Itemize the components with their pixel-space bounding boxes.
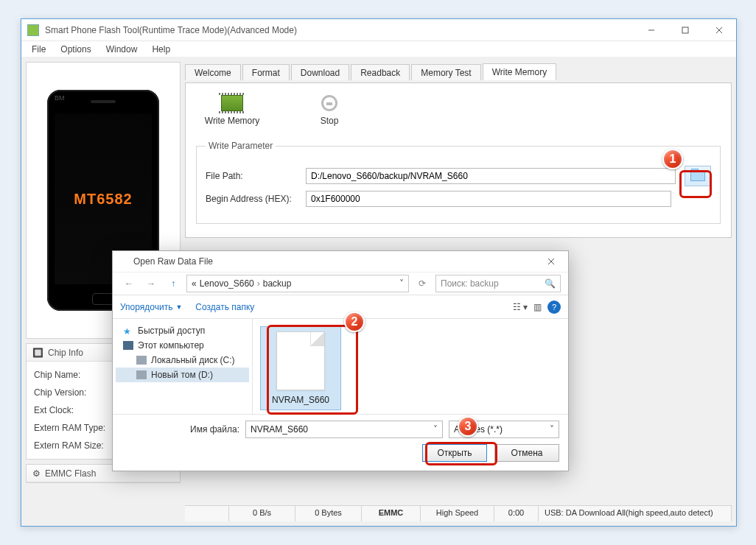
emmc-title: EMMC Flash xyxy=(45,468,96,479)
window-title: Smart Phone Flash Tool(Runtime Trace Mod… xyxy=(45,25,634,35)
status-time: 0:00 xyxy=(494,506,539,521)
search-placeholder: Поиск: backup xyxy=(441,278,499,289)
menu-bar: File Options Window Help xyxy=(21,41,736,57)
tab-welcome[interactable]: Welcome xyxy=(185,64,241,80)
browse-file-button[interactable] xyxy=(685,166,711,186)
maximize-button[interactable] xyxy=(668,19,702,41)
document-icon xyxy=(276,331,325,390)
tree-drive-d[interactable]: Новый том (D:) xyxy=(116,368,249,382)
chip-icon xyxy=(221,95,243,111)
chip-info-icon: 🔲 xyxy=(32,348,43,358)
status-bytes: 0 Bytes xyxy=(295,506,362,521)
folder-icon xyxy=(690,171,705,181)
tab-format[interactable]: Format xyxy=(242,64,290,80)
begin-address-label: Begin Address (HEX): xyxy=(206,194,301,204)
chip-version-label: Chip Version: xyxy=(34,387,115,398)
stop-button[interactable]: Stop xyxy=(301,95,358,126)
file-name-label: NVRAM_S660 xyxy=(272,395,329,405)
new-folder-button[interactable]: Создать папку xyxy=(195,302,254,312)
tab-write-memory[interactable]: Write Memory xyxy=(483,63,556,80)
filename-label: Имя файла: xyxy=(122,424,239,435)
write-memory-button[interactable]: Write Memory xyxy=(203,95,261,126)
chip-info-title: Chip Info xyxy=(48,348,83,358)
status-bar: 0 B/s 0 Bytes EMMC High Speed 0:00 USB: … xyxy=(185,505,732,521)
callout-3: 3 xyxy=(458,416,478,437)
minimize-button[interactable] xyxy=(634,19,668,41)
help-button[interactable]: ? xyxy=(547,300,561,314)
drive-icon xyxy=(136,370,147,379)
menu-file[interactable]: File xyxy=(26,43,52,56)
tab-readback[interactable]: Readback xyxy=(351,64,410,80)
crumb-folder-1[interactable]: Lenovo_S660 xyxy=(200,278,254,289)
drive-icon xyxy=(136,356,147,365)
tree-this-pc[interactable]: Этот компьютер xyxy=(116,338,249,353)
write-parameter-legend: Write Parameter xyxy=(206,141,276,151)
preview-pane-button[interactable]: ▥ xyxy=(533,302,542,312)
ext-ram-size-label: Extern RAM Size: xyxy=(34,440,115,451)
svg-rect-0 xyxy=(682,27,688,33)
refresh-button[interactable]: ⟳ xyxy=(413,275,431,292)
status-storage: EMMC xyxy=(362,506,421,521)
crumb-folder-2[interactable]: backup xyxy=(263,278,292,289)
tab-strip: Welcome Format Download Readback Memory … xyxy=(185,62,732,80)
file-path-label: File Path: xyxy=(206,171,301,181)
write-memory-pane: Write Memory Stop Write Parameter File P… xyxy=(185,82,732,238)
breadcrumb[interactable]: « Lenovo_S660 › backup ˅ xyxy=(186,275,409,292)
chip-name-label: Chip Name: xyxy=(34,370,115,380)
menu-options[interactable]: Options xyxy=(55,43,97,56)
app-icon xyxy=(27,24,39,36)
ext-clock-label: Ext Clock: xyxy=(34,405,115,415)
cancel-button[interactable]: Отмена xyxy=(494,444,559,462)
gear-icon: ⚙ xyxy=(32,468,41,479)
dialog-title: Open Raw Data File xyxy=(133,256,540,267)
tab-memory-test[interactable]: Memory Test xyxy=(411,64,480,80)
ext-ram-type-label: Extern RAM Type: xyxy=(34,423,115,433)
tree-quick-access[interactable]: ★Быстрый доступ xyxy=(116,323,249,338)
file-path-input[interactable] xyxy=(306,168,676,184)
phone-model-label: MT6582 xyxy=(74,191,132,208)
pc-icon xyxy=(123,341,133,350)
menu-help[interactable]: Help xyxy=(146,43,176,56)
main-titlebar: Smart Phone Flash Tool(Runtime Trace Mod… xyxy=(21,19,736,41)
status-conn: USB: DA Download All(high speed,auto det… xyxy=(539,506,732,521)
tree-drive-c[interactable]: Локальный диск (C:) xyxy=(116,353,249,368)
phone-brand: BM xyxy=(55,94,65,102)
open-button[interactable]: Открыть xyxy=(422,444,487,462)
nav-up-button[interactable]: ↑ xyxy=(164,275,182,292)
write-memory-label: Write Memory xyxy=(205,116,259,126)
open-file-dialog: Open Raw Data File ← → ↑ « Lenovo_S660 ›… xyxy=(112,250,569,471)
status-speed: 0 B/s xyxy=(229,506,295,521)
nav-forward-button[interactable]: → xyxy=(142,275,160,292)
search-input[interactable]: Поиск: backup 🔍 xyxy=(435,275,561,292)
callout-2: 2 xyxy=(344,312,365,332)
close-button[interactable] xyxy=(702,19,736,41)
tab-download[interactable]: Download xyxy=(291,64,349,80)
menu-window[interactable]: Window xyxy=(100,43,144,56)
file-list[interactable]: NVRAM_S660 xyxy=(253,319,568,414)
filename-input[interactable]: NVRAM_S660˅ xyxy=(245,421,443,438)
file-nvram-s660[interactable]: NVRAM_S660 xyxy=(260,326,341,410)
stop-icon xyxy=(321,95,337,111)
write-parameter-group: Write Parameter File Path: Begin Address… xyxy=(196,141,721,224)
nav-back-button[interactable]: ← xyxy=(120,275,138,292)
view-mode-button[interactable]: ☷ ▾ xyxy=(513,302,528,312)
dialog-close-button[interactable] xyxy=(540,254,562,269)
nav-tree: ★Быстрый доступ Этот компьютер Локальный… xyxy=(113,319,253,414)
dialog-icon xyxy=(119,256,129,267)
callout-1: 1 xyxy=(662,149,683,169)
status-mode: High Speed xyxy=(421,506,494,521)
stop-label: Stop xyxy=(321,116,339,126)
star-icon: ★ xyxy=(123,326,133,335)
begin-address-input[interactable] xyxy=(306,191,671,207)
search-icon: 🔍 xyxy=(545,278,556,289)
organize-button[interactable]: Упорядочить▼ xyxy=(120,302,182,312)
